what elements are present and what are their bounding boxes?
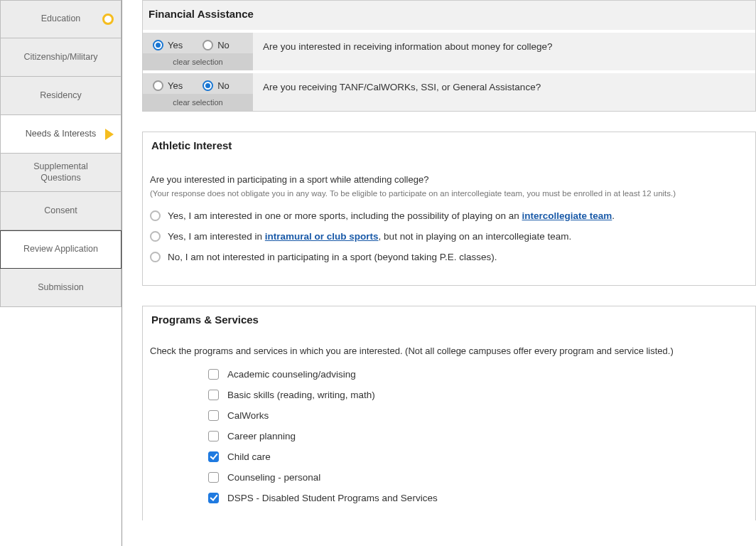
- fin1-clear-button[interactable]: clear selection: [143, 53, 253, 70]
- radio-label: No: [217, 80, 230, 91]
- financial-panel: Financial Assistance Yes No clear select…: [142, 0, 756, 112]
- radio-icon: [202, 80, 213, 91]
- sidebar-item-needs-interests[interactable]: Needs & Interests: [0, 115, 122, 154]
- fin2-yes-radio[interactable]: Yes: [153, 80, 183, 91]
- athletic-opt-intramural[interactable]: Yes, I am interested in intramural or cl…: [150, 231, 748, 242]
- sidebar-item-label: Submission: [38, 282, 84, 294]
- sidebar-item-residency[interactable]: Residency: [0, 77, 122, 115]
- program-label: CalWorks: [227, 410, 269, 421]
- program-label: DSPS - Disabled Student Programs and Ser…: [227, 493, 438, 503]
- athletic-opt-text: Yes, I am interested in intramural or cl…: [168, 231, 571, 242]
- radio-label: No: [217, 40, 230, 50]
- radio-icon: [153, 80, 163, 91]
- main-content: Financial Assistance Yes No clear select…: [122, 0, 756, 546]
- financial-row-2: Yes No clear selection Are you receiving…: [143, 70, 755, 111]
- radio-icon: [150, 252, 161, 262]
- checkbox-icon: [208, 369, 219, 380]
- checkbox-icon: [208, 472, 219, 483]
- program-dsps[interactable]: DSPS - Disabled Student Programs and Ser…: [208, 493, 748, 503]
- financial-row-1: Yes No clear selection Are you intereste…: [143, 30, 755, 70]
- current-arrow-icon: [105, 129, 114, 140]
- checkbox-icon: [208, 390, 219, 400]
- fin2-clear-button[interactable]: clear selection: [143, 94, 253, 111]
- program-basic-skills[interactable]: Basic skills (reading, writing, math): [208, 390, 748, 400]
- programs-intro: Check the programs and services in which…: [150, 346, 748, 356]
- intramural-link[interactable]: intramural or club sports: [265, 231, 379, 242]
- athletic-opt-none[interactable]: No, I am not interested in participating…: [150, 252, 748, 262]
- progress-ring-icon: [102, 14, 114, 25]
- sidebar-item-label: Needs & Interests: [26, 129, 96, 140]
- athletic-opt-text: Yes, I am interested in one or more spor…: [168, 210, 615, 221]
- checkbox-icon: [208, 410, 219, 421]
- program-child-care[interactable]: Child care: [208, 451, 748, 462]
- radio-label: Yes: [168, 80, 183, 91]
- program-label: Career planning: [227, 431, 296, 441]
- program-label: Counseling - personal: [227, 472, 320, 483]
- sidebar: Education Citizenship/Military Residency…: [0, 0, 122, 546]
- program-calworks[interactable]: CalWorks: [208, 410, 748, 421]
- program-label: Academic counseling/advising: [227, 369, 356, 380]
- sidebar-item-supplemental[interactable]: Supplemental Questions: [0, 154, 122, 192]
- program-counseling-personal[interactable]: Counseling - personal: [208, 472, 748, 483]
- fin1-no-radio[interactable]: No: [202, 40, 230, 50]
- athletic-panel: Athletic Interest Are you interested in …: [142, 132, 756, 286]
- checkbox-icon: [208, 431, 219, 441]
- radio-label: Yes: [168, 40, 183, 50]
- financial-choice-group-1: Yes No clear selection: [143, 33, 253, 70]
- checkbox-icon: [208, 493, 219, 503]
- fin1-question: Are you interested in receiving informat…: [253, 33, 755, 60]
- sidebar-item-submission[interactable]: Submission: [0, 269, 122, 307]
- sidebar-item-label: Review Application: [23, 244, 98, 255]
- fin2-question: Are you receiving TANF/CalWORKs, SSI, or…: [253, 73, 755, 101]
- program-label: Child care: [227, 451, 271, 462]
- sidebar-item-label: Consent: [44, 205, 77, 217]
- radio-icon: [153, 40, 163, 50]
- programs-list: Academic counseling/advising Basic skill…: [150, 369, 748, 503]
- sidebar-item-label: Residency: [40, 90, 81, 102]
- programs-panel: Programs & Services Check the programs a…: [142, 306, 756, 520]
- financial-choice-group-2: Yes No clear selection: [143, 73, 253, 111]
- radio-icon: [150, 231, 161, 242]
- program-career-planning[interactable]: Career planning: [208, 431, 748, 441]
- sidebar-item-review[interactable]: Review Application: [0, 230, 122, 269]
- sidebar-item-citizenship[interactable]: Citizenship/Military: [0, 38, 122, 77]
- sidebar-item-label: Education: [41, 14, 81, 25]
- athletic-opt-intercollegiate[interactable]: Yes, I am interested in one or more spor…: [150, 210, 748, 221]
- sidebar-item-label: Supplemental Questions: [19, 161, 102, 183]
- radio-icon: [150, 210, 161, 221]
- fin2-no-radio[interactable]: No: [202, 80, 230, 91]
- program-academic-counseling[interactable]: Academic counseling/advising: [208, 369, 748, 380]
- sidebar-item-consent[interactable]: Consent: [0, 192, 122, 230]
- sidebar-item-label: Citizenship/Military: [23, 52, 97, 63]
- programs-heading: Programs & Services: [143, 306, 755, 336]
- financial-heading: Financial Assistance: [143, 1, 755, 30]
- athletic-question: Are you interested in participating in a…: [150, 174, 748, 185]
- athletic-note: (Your response does not obligate you in …: [150, 189, 748, 198]
- intercollegiate-link[interactable]: intercollegiate team: [522, 210, 612, 221]
- radio-icon: [202, 40, 213, 50]
- checkbox-icon: [208, 451, 219, 462]
- sidebar-item-education[interactable]: Education: [0, 0, 122, 38]
- athletic-opt-text: No, I am not interested in participating…: [168, 252, 497, 262]
- athletic-heading: Athletic Interest: [143, 132, 755, 161]
- program-label: Basic skills (reading, writing, math): [227, 390, 375, 400]
- fin1-yes-radio[interactable]: Yes: [153, 40, 183, 50]
